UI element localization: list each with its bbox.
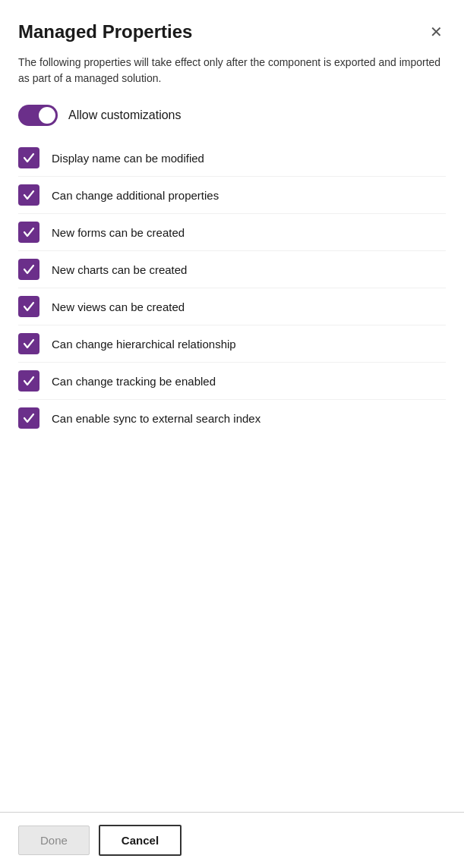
checkbox-label: Display name can be modified [52, 150, 204, 166]
checkbox-label: New charts can be created [52, 262, 187, 278]
checkbox-additional-properties[interactable] [18, 184, 39, 206]
checkbox-label: Can change tracking be enabled [52, 373, 216, 389]
checkbox-hierarchical-relationship[interactable] [18, 333, 39, 354]
checkmark-icon [23, 226, 35, 238]
checkbox-sync-search[interactable] [18, 407, 39, 429]
checkmark-icon [23, 263, 35, 275]
checkmark-icon [23, 412, 35, 424]
checkbox-row: New charts can be created [18, 251, 446, 288]
close-button[interactable]: ✕ [427, 21, 446, 42]
checkbox-new-charts[interactable] [18, 259, 39, 280]
checkbox-new-forms[interactable] [18, 222, 39, 243]
checkbox-label: New forms can be created [52, 225, 185, 241]
done-button[interactable]: Done [18, 826, 90, 855]
checkbox-label: Can enable sync to external search index [52, 410, 260, 426]
checkbox-new-views[interactable] [18, 296, 39, 317]
dialog-description: The following properties will take effec… [18, 55, 446, 86]
checkmark-icon [23, 300, 35, 313]
dialog-header: Managed Properties ✕ [18, 21, 446, 42]
checkbox-list: Display name can be modified Can change … [18, 140, 446, 436]
checkmark-icon [23, 152, 35, 164]
checkmark-icon [23, 338, 35, 350]
toggle-slider [18, 105, 58, 126]
managed-properties-dialog: Managed Properties ✕ The following prope… [0, 0, 464, 868]
cancel-button[interactable]: Cancel [99, 825, 181, 856]
checkbox-row: Can change hierarchical relationship [18, 326, 446, 363]
checkbox-label: Can change additional properties [52, 187, 219, 203]
dialog-footer: Done Cancel [0, 812, 464, 868]
toggle-switch[interactable] [18, 105, 58, 126]
checkbox-row: Can change tracking be enabled [18, 363, 446, 400]
dialog-title: Managed Properties [18, 21, 192, 42]
checkbox-row: New forms can be created [18, 214, 446, 251]
checkbox-label: New views can be created [52, 299, 185, 315]
checkmark-icon [23, 189, 35, 201]
checkbox-label: Can change hierarchical relationship [52, 336, 236, 352]
checkbox-row: New views can be created [18, 288, 446, 326]
checkmark-icon [23, 375, 35, 387]
checkbox-tracking[interactable] [18, 370, 39, 392]
toggle-label: Allow customizations [68, 108, 181, 122]
checkbox-row: Display name can be modified [18, 140, 446, 177]
allow-customizations-toggle-row: Allow customizations [18, 105, 446, 126]
checkbox-row: Can enable sync to external search index [18, 400, 446, 436]
dialog-content: Managed Properties ✕ The following prope… [0, 0, 464, 812]
checkbox-display-name[interactable] [18, 147, 39, 168]
checkbox-row: Can change additional properties [18, 177, 446, 214]
